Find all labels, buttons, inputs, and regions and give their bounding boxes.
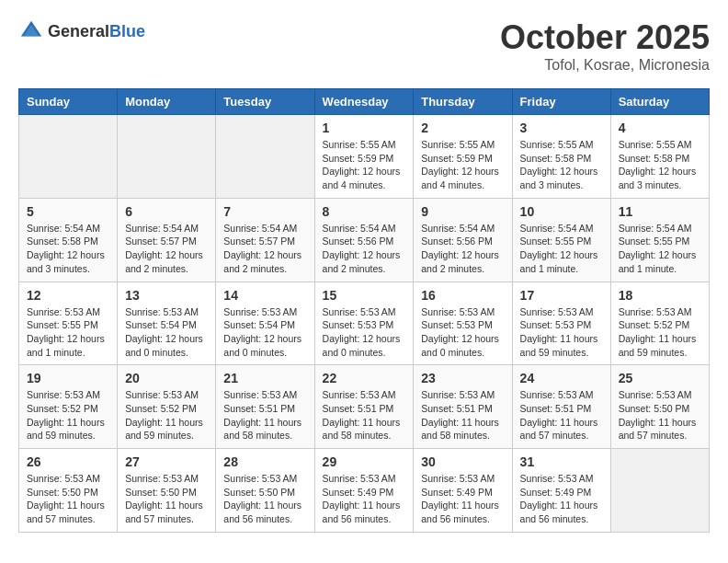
- day-info: Sunrise: 5:54 AM Sunset: 5:56 PM Dayligh…: [323, 222, 406, 276]
- calendar-cell: 17Sunrise: 5:53 AM Sunset: 5:53 PM Dayli…: [512, 282, 610, 365]
- day-number: 12: [27, 288, 109, 303]
- day-number: 30: [421, 454, 504, 469]
- day-info: Sunrise: 5:53 AM Sunset: 5:54 PM Dayligh…: [125, 305, 208, 360]
- calendar-week-row: 5Sunrise: 5:54 AM Sunset: 5:58 PM Daylig…: [19, 198, 710, 282]
- calendar-cell: 27Sunrise: 5:53 AM Sunset: 5:50 PM Dayli…: [118, 449, 216, 533]
- day-info: Sunrise: 5:53 AM Sunset: 5:49 PM Dayligh…: [520, 472, 603, 526]
- calendar-cell: 7Sunrise: 5:54 AM Sunset: 5:57 PM Daylig…: [216, 198, 314, 282]
- day-number: 26: [27, 454, 109, 469]
- day-info: Sunrise: 5:54 AM Sunset: 5:57 PM Dayligh…: [223, 222, 306, 276]
- day-number: 31: [520, 454, 603, 469]
- day-number: 16: [421, 288, 504, 303]
- calendar-cell: 4Sunrise: 5:55 AM Sunset: 5:58 PM Daylig…: [610, 115, 709, 199]
- day-info: Sunrise: 5:53 AM Sunset: 5:53 PM Dayligh…: [323, 305, 406, 360]
- calendar-cell: 31Sunrise: 5:53 AM Sunset: 5:49 PM Dayli…: [512, 449, 610, 533]
- calendar-cell: 1Sunrise: 5:55 AM Sunset: 5:59 PM Daylig…: [314, 115, 414, 199]
- calendar-cell: 10Sunrise: 5:54 AM Sunset: 5:55 PM Dayli…: [512, 198, 610, 282]
- calendar-week-row: 26Sunrise: 5:53 AM Sunset: 5:50 PM Dayli…: [19, 449, 710, 533]
- calendar-cell: 2Sunrise: 5:55 AM Sunset: 5:59 PM Daylig…: [414, 115, 512, 199]
- calendar-cell: 11Sunrise: 5:54 AM Sunset: 5:55 PM Dayli…: [610, 198, 709, 282]
- day-number: 11: [619, 204, 701, 219]
- page-header: GeneralBlue October 2025 Tofol, Kosrae, …: [18, 18, 710, 74]
- calendar-cell: 16Sunrise: 5:53 AM Sunset: 5:53 PM Dayli…: [414, 282, 512, 365]
- day-number: 15: [323, 288, 406, 303]
- day-info: Sunrise: 5:53 AM Sunset: 5:52 PM Dayligh…: [27, 388, 109, 442]
- day-info: Sunrise: 5:55 AM Sunset: 5:59 PM Dayligh…: [421, 138, 504, 192]
- calendar-cell: 20Sunrise: 5:53 AM Sunset: 5:52 PM Dayli…: [118, 365, 216, 449]
- calendar-cell: [216, 115, 314, 199]
- day-info: Sunrise: 5:53 AM Sunset: 5:51 PM Dayligh…: [323, 388, 406, 442]
- day-number: 19: [27, 371, 109, 385]
- day-info: Sunrise: 5:53 AM Sunset: 5:50 PM Dayligh…: [619, 388, 701, 442]
- day-info: Sunrise: 5:53 AM Sunset: 5:50 PM Dayligh…: [27, 472, 109, 526]
- calendar-cell: 6Sunrise: 5:54 AM Sunset: 5:57 PM Daylig…: [118, 198, 216, 282]
- day-number: 29: [323, 454, 406, 469]
- day-info: Sunrise: 5:55 AM Sunset: 5:59 PM Dayligh…: [323, 138, 406, 192]
- month-title: October 2025: [500, 18, 710, 57]
- calendar-cell: 25Sunrise: 5:53 AM Sunset: 5:50 PM Dayli…: [610, 365, 709, 449]
- day-number: 23: [421, 371, 504, 385]
- weekday-header: Friday: [512, 89, 610, 115]
- day-info: Sunrise: 5:53 AM Sunset: 5:52 PM Dayligh…: [125, 388, 208, 442]
- title-section: October 2025 Tofol, Kosrae, Micronesia: [500, 18, 710, 74]
- day-info: Sunrise: 5:53 AM Sunset: 5:50 PM Dayligh…: [223, 472, 306, 526]
- day-number: 8: [323, 204, 406, 219]
- calendar-cell: [118, 115, 216, 199]
- day-info: Sunrise: 5:53 AM Sunset: 5:49 PM Dayligh…: [323, 472, 406, 526]
- day-number: 1: [323, 121, 406, 135]
- logo: GeneralBlue: [18, 18, 145, 44]
- calendar-cell: [610, 449, 709, 533]
- day-number: 9: [421, 204, 504, 219]
- day-number: 4: [619, 121, 701, 135]
- calendar-cell: 22Sunrise: 5:53 AM Sunset: 5:51 PM Dayli…: [314, 365, 414, 449]
- calendar-cell: 14Sunrise: 5:53 AM Sunset: 5:54 PM Dayli…: [216, 282, 314, 365]
- calendar-header-row: SundayMondayTuesdayWednesdayThursdayFrid…: [19, 89, 710, 115]
- calendar-cell: 19Sunrise: 5:53 AM Sunset: 5:52 PM Dayli…: [19, 365, 118, 449]
- calendar-cell: [19, 115, 118, 199]
- calendar-cell: 23Sunrise: 5:53 AM Sunset: 5:51 PM Dayli…: [414, 365, 512, 449]
- logo-icon: [18, 18, 44, 44]
- calendar-cell: 30Sunrise: 5:53 AM Sunset: 5:49 PM Dayli…: [414, 449, 512, 533]
- calendar-cell: 15Sunrise: 5:53 AM Sunset: 5:53 PM Dayli…: [314, 282, 414, 365]
- day-number: 20: [125, 371, 208, 385]
- weekday-header: Wednesday: [314, 89, 414, 115]
- day-info: Sunrise: 5:54 AM Sunset: 5:56 PM Dayligh…: [421, 222, 504, 276]
- calendar-cell: 13Sunrise: 5:53 AM Sunset: 5:54 PM Dayli…: [118, 282, 216, 365]
- day-number: 6: [125, 204, 208, 219]
- weekday-header: Tuesday: [216, 89, 314, 115]
- day-number: 18: [619, 288, 701, 303]
- calendar-week-row: 1Sunrise: 5:55 AM Sunset: 5:59 PM Daylig…: [19, 115, 710, 199]
- day-number: 17: [520, 288, 603, 303]
- weekday-header: Sunday: [19, 89, 118, 115]
- calendar-week-row: 12Sunrise: 5:53 AM Sunset: 5:55 PM Dayli…: [19, 282, 710, 365]
- day-info: Sunrise: 5:54 AM Sunset: 5:55 PM Dayligh…: [619, 222, 701, 276]
- calendar-cell: 18Sunrise: 5:53 AM Sunset: 5:52 PM Dayli…: [610, 282, 709, 365]
- day-info: Sunrise: 5:53 AM Sunset: 5:49 PM Dayligh…: [421, 472, 504, 526]
- calendar-cell: 3Sunrise: 5:55 AM Sunset: 5:58 PM Daylig…: [512, 115, 610, 199]
- day-number: 24: [520, 371, 603, 385]
- day-info: Sunrise: 5:53 AM Sunset: 5:51 PM Dayligh…: [223, 388, 306, 442]
- day-number: 2: [421, 121, 504, 135]
- day-info: Sunrise: 5:53 AM Sunset: 5:51 PM Dayligh…: [520, 388, 603, 442]
- day-number: 22: [323, 371, 406, 385]
- day-info: Sunrise: 5:53 AM Sunset: 5:51 PM Dayligh…: [421, 388, 504, 442]
- day-info: Sunrise: 5:55 AM Sunset: 5:58 PM Dayligh…: [619, 138, 701, 192]
- day-number: 27: [125, 454, 208, 469]
- day-number: 3: [520, 121, 603, 135]
- day-number: 14: [223, 288, 306, 303]
- day-info: Sunrise: 5:54 AM Sunset: 5:57 PM Dayligh…: [125, 222, 208, 276]
- day-info: Sunrise: 5:54 AM Sunset: 5:58 PM Dayligh…: [27, 222, 109, 276]
- day-number: 13: [125, 288, 208, 303]
- calendar-cell: 26Sunrise: 5:53 AM Sunset: 5:50 PM Dayli…: [19, 449, 118, 533]
- day-info: Sunrise: 5:53 AM Sunset: 5:50 PM Dayligh…: [125, 472, 208, 526]
- weekday-header: Saturday: [610, 89, 709, 115]
- day-number: 21: [223, 371, 306, 385]
- calendar-cell: 21Sunrise: 5:53 AM Sunset: 5:51 PM Dayli…: [216, 365, 314, 449]
- calendar-cell: 24Sunrise: 5:53 AM Sunset: 5:51 PM Dayli…: [512, 365, 610, 449]
- day-info: Sunrise: 5:54 AM Sunset: 5:55 PM Dayligh…: [520, 222, 603, 276]
- logo-blue-text: Blue: [109, 22, 145, 40]
- day-info: Sunrise: 5:53 AM Sunset: 5:54 PM Dayligh…: [223, 305, 306, 360]
- day-number: 25: [619, 371, 701, 385]
- calendar-cell: 12Sunrise: 5:53 AM Sunset: 5:55 PM Dayli…: [19, 282, 118, 365]
- day-info: Sunrise: 5:53 AM Sunset: 5:55 PM Dayligh…: [27, 305, 109, 360]
